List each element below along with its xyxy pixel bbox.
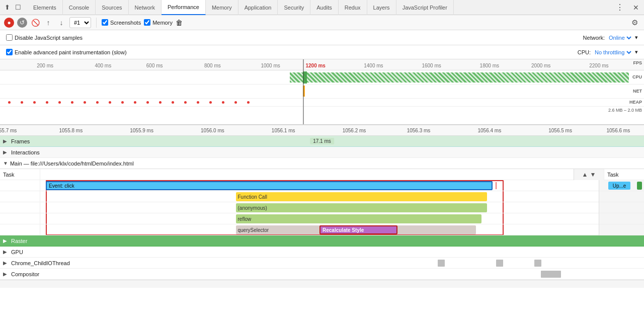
enable-paint-label[interactable]: Enable advanced paint instrumentation (s…: [6, 49, 127, 55]
more-tabs-icon[interactable]: ⋮: [613, 3, 627, 12]
record-button[interactable]: ●: [4, 18, 14, 28]
flame-center: Event: click Function Call (anonymous) r…: [40, 180, 599, 235]
load-button[interactable]: ↑: [43, 18, 53, 28]
disable-js-samples-checkbox[interactable]: [6, 34, 13, 41]
main-thread-row[interactable]: ▼ Main — file:///Users/klx/code/htmlDemo…: [0, 158, 644, 169]
net-dot: [222, 101, 224, 104]
tab-performance[interactable]: Performance: [162, 0, 206, 15]
row-label-2: [0, 191, 40, 202]
ruler-tick-1800: 1800 ms: [480, 63, 499, 68]
tab-console[interactable]: Console: [63, 0, 96, 15]
cpu-label: CPU:: [578, 49, 591, 55]
ruler-tick-200: 200 ms: [37, 63, 53, 68]
bottom-scrollbar[interactable]: [0, 280, 644, 288]
tab-elements[interactable]: Elements: [27, 0, 63, 15]
frames-section[interactable]: ▶ Frames 17.1 ms: [0, 136, 644, 147]
row-label-3: [0, 202, 40, 213]
net-dot: [172, 101, 174, 104]
chrome-child-toggle[interactable]: ▶: [3, 260, 9, 266]
compositor-section[interactable]: ▶ Compositor: [0, 269, 644, 280]
gpu-toggle[interactable]: ▶: [3, 249, 9, 255]
cpu-row: NET: [0, 85, 644, 99]
task-header-row: Task ▲ ▼ Task: [0, 169, 644, 180]
net-dot: [96, 101, 99, 104]
recalculate-bar[interactable]: Recalculate Style: [319, 225, 397, 234]
compositor-toggle[interactable]: ▶: [3, 271, 9, 277]
memory-label: Memory: [152, 20, 173, 26]
flame-row-1: Event: click: [40, 180, 599, 191]
toolbar-right: ⚙: [629, 17, 640, 28]
mobile-icon[interactable]: ☐: [13, 3, 23, 13]
cpu-dropdown[interactable]: No throttling: [593, 49, 633, 56]
ruler-tick-1400: 1400 ms: [364, 63, 383, 68]
clear-button[interactable]: 🚫: [30, 18, 40, 28]
network-dropdown[interactable]: Online: [607, 34, 633, 41]
tick-1055.8: 1055.8 ms: [59, 128, 83, 133]
cpu-select[interactable]: CPU: No throttling ▾: [578, 49, 638, 56]
heap-label-right: HEAP: [629, 100, 642, 105]
update-label: Up...e: [613, 183, 626, 189]
chrome-child-block-1: [438, 260, 445, 267]
screenshots-checkbox-label[interactable]: Screenshots: [102, 19, 141, 26]
memory-checkbox-label[interactable]: Memory: [144, 19, 173, 26]
scroll-up-icon[interactable]: ▲: [582, 171, 588, 178]
tab-audits[interactable]: Audits: [310, 0, 339, 15]
cpu-chevron-icon: ▾: [635, 49, 638, 55]
enable-paint-checkbox[interactable]: [6, 49, 13, 55]
fps-spike: [303, 71, 307, 84]
tick-1056.6: 1056.6 ms: [606, 128, 630, 133]
event-click-label: Event: click: [49, 183, 74, 189]
tab-application[interactable]: Application: [238, 0, 278, 15]
event-click-bar[interactable]: Event: click: [46, 181, 493, 190]
flame-labels: [0, 180, 40, 235]
scroll-down-icon[interactable]: ▼: [590, 171, 596, 178]
tab-sources[interactable]: Sources: [96, 0, 128, 15]
function-call-bar[interactable]: Function Call: [236, 192, 488, 201]
tab-security[interactable]: Security: [278, 0, 310, 15]
trash-icon[interactable]: 🗑: [176, 19, 183, 27]
main-thread-toggle[interactable]: ▼: [3, 160, 8, 166]
enable-paint-text: Enable advanced paint instrumentation (s…: [15, 49, 127, 55]
net-dot: [21, 101, 23, 104]
interactions-toggle[interactable]: ▶: [3, 149, 9, 155]
chrome-child-section[interactable]: ▶ Chrome_ChildIOThread: [0, 258, 644, 269]
memory-checkbox[interactable]: [144, 19, 150, 26]
raster-section[interactable]: ▶ Raster: [0, 235, 644, 247]
close-devtools-icon[interactable]: ✕: [630, 4, 642, 12]
flame-chart: ▶ Frames 17.1 ms ▶ Interactions ▼ Main —…: [0, 136, 644, 280]
save-button[interactable]: ↓: [56, 18, 66, 28]
network-select[interactable]: Network: Online ▾: [583, 34, 638, 41]
compositor-block: [541, 271, 561, 278]
tab-js-profiler[interactable]: JavaScript Profiler: [396, 0, 454, 15]
recalculate-label: Recalculate Style: [323, 227, 364, 233]
anonymous-bar[interactable]: (anonymous): [236, 203, 488, 212]
network-label: Network:: [583, 35, 605, 41]
raster-toggle[interactable]: ▶: [3, 238, 9, 244]
fps-bar: [290, 72, 629, 83]
fps-label: FPS: [633, 60, 642, 65]
settings-icon[interactable]: ⚙: [629, 17, 640, 28]
disable-js-samples-label[interactable]: Disable JavaScript samples: [6, 34, 83, 41]
interactions-section[interactable]: ▶ Interactions: [0, 147, 644, 158]
query-selector-label: querySelector: [238, 227, 269, 233]
tick-1056.3: 1056.3 ms: [407, 128, 431, 133]
frames-toggle[interactable]: ▶: [3, 138, 9, 144]
screenshots-checkbox[interactable]: [102, 19, 108, 26]
net-dot: [71, 101, 73, 104]
pointer-icon[interactable]: ⬆: [2, 3, 12, 13]
task-right-label: Task: [604, 169, 644, 180]
session-select[interactable]: #1: [69, 17, 91, 28]
separator: [96, 18, 97, 28]
net-dot: [159, 101, 162, 104]
tab-layers[interactable]: Layers: [367, 0, 396, 15]
net-dot: [197, 101, 199, 104]
tab-network[interactable]: Network: [129, 0, 162, 15]
tab-memory[interactable]: Memory: [206, 0, 238, 15]
reflow-bar[interactable]: reflow: [236, 214, 481, 223]
tab-redux[interactable]: Redux: [339, 0, 367, 15]
stop-button[interactable]: ↺: [17, 18, 27, 28]
gpu-section[interactable]: ▶ GPU: [0, 247, 644, 258]
net-row: HEAP: [0, 99, 644, 107]
net-dot: [121, 101, 124, 104]
tick-1056.0: 1056.0 ms: [201, 128, 224, 133]
